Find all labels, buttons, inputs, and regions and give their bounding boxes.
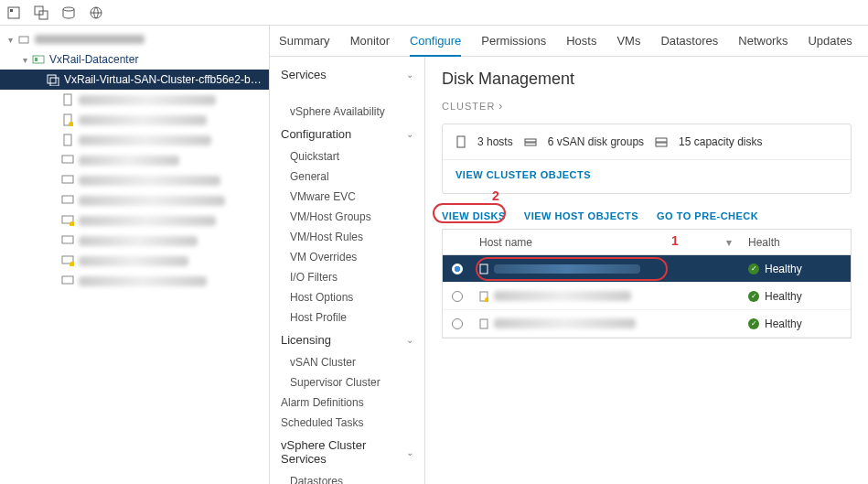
capacity-count: 15 capacity disks: [679, 135, 762, 148]
tree-vm[interactable]: [0, 190, 269, 210]
table-row[interactable]: ✓Healthy: [443, 310, 851, 338]
tree-vm[interactable]: [0, 210, 269, 231]
storage-icon[interactable]: [60, 5, 77, 21]
vms-icon[interactable]: [33, 5, 49, 21]
vm-icon: [60, 173, 75, 188]
tab-summary[interactable]: Summary: [279, 27, 330, 55]
cluster-summary-card: 3 hosts 6 vSAN disk groups 15 capacity d…: [442, 124, 852, 194]
cfg-item-host-options[interactable]: Host Options: [270, 287, 424, 307]
cfg-item-vm-overrides[interactable]: VM Overrides: [270, 247, 424, 267]
host-icon: [455, 135, 466, 148]
tab-vms[interactable]: VMs: [616, 27, 640, 55]
section-services[interactable]: Services⌄: [270, 62, 424, 87]
tab-permissions[interactable]: Permissions: [481, 27, 546, 55]
host-icon: [60, 133, 75, 147]
chevron-down-icon[interactable]: ▾: [18, 55, 31, 65]
svg-rect-15: [62, 156, 73, 163]
tab-monitor[interactable]: Monitor: [350, 27, 390, 55]
cfg-item-quickstart[interactable]: Quickstart: [270, 146, 424, 167]
row-radio[interactable]: [452, 318, 463, 329]
chevron-down-icon[interactable]: ▾: [4, 35, 16, 45]
go-to-precheck-link[interactable]: GO TO PRE-CHECK: [657, 210, 758, 221]
svg-rect-28: [656, 143, 667, 146]
host-icon: [479, 264, 488, 274]
vcenter-icon: [16, 32, 31, 47]
diskgroup-icon: [524, 136, 537, 147]
svg-rect-7: [33, 56, 44, 63]
svg-rect-0: [8, 7, 19, 18]
row-radio[interactable]: [452, 264, 463, 274]
cfg-item-scheduled-tasks[interactable]: Scheduled Tasks: [270, 413, 424, 433]
cfg-item-vsan-cluster[interactable]: vSAN Cluster: [270, 352, 424, 372]
diskgroups-count: 6 vSAN disk groups: [548, 135, 644, 148]
cfg-item-alarm-definitions[interactable]: Alarm Definitions: [270, 393, 424, 413]
hosts-clusters-icon[interactable]: [5, 5, 22, 21]
section-vsphere-cluster-services[interactable]: vSphere Cluster Services⌄: [270, 433, 424, 471]
chevron-right-icon: ›: [498, 100, 503, 113]
tab-configure[interactable]: Configure: [410, 27, 461, 57]
filter-icon[interactable]: ▾: [726, 236, 732, 249]
host-warning-icon: [479, 291, 488, 302]
svg-point-22: [70, 262, 74, 266]
svg-rect-16: [62, 176, 73, 183]
col-health[interactable]: Health: [741, 236, 851, 249]
cfg-item-datastores[interactable]: Datastores: [270, 471, 424, 484]
cfg-item-general[interactable]: General: [270, 167, 424, 187]
tree-vm[interactable]: [0, 231, 269, 251]
chevron-down-icon: ⌄: [406, 129, 413, 139]
svg-rect-24: [457, 136, 465, 147]
cfg-item[interactable]: [270, 87, 424, 102]
cfg-item-vmware-evc[interactable]: VMware EVC: [270, 187, 424, 207]
health-ok-icon: ✓: [748, 291, 759, 302]
cfg-item-host-profile[interactable]: Host Profile: [270, 307, 424, 328]
capacity-icon: [655, 136, 668, 147]
cfg-item-supervisor-cluster[interactable]: Supervisor Cluster: [270, 372, 424, 393]
datacenter-icon: [31, 52, 46, 67]
col-hostname[interactable]: Host name: [479, 236, 532, 249]
tree-host[interactable]: [0, 110, 269, 130]
view-host-objects-link[interactable]: VIEW HOST OBJECTS: [524, 210, 638, 221]
svg-rect-23: [62, 276, 73, 284]
section-configuration[interactable]: Configuration⌄: [270, 122, 424, 146]
cfg-item-io-filters[interactable]: I/O Filters: [270, 267, 424, 287]
svg-rect-1: [10, 9, 13, 12]
svg-rect-9: [48, 75, 56, 83]
tree-host[interactable]: [0, 130, 269, 150]
network-icon[interactable]: [88, 5, 104, 21]
breadcrumb[interactable]: CLUSTER ›: [442, 100, 852, 113]
chevron-down-icon: ⌄: [406, 335, 413, 345]
svg-rect-14: [64, 134, 71, 145]
table-row[interactable]: ✓Healthy: [443, 283, 851, 310]
cfg-item-vsphere-availability[interactable]: vSphere Availability: [270, 102, 424, 122]
section-licensing[interactable]: Licensing⌄: [270, 328, 424, 352]
row-radio[interactable]: [452, 291, 463, 302]
global-toolbar: [0, 0, 868, 26]
configure-nav: Services⌄ vSphere Availability Configura…: [270, 57, 425, 484]
tree-host[interactable]: [0, 90, 269, 110]
svg-rect-10: [50, 78, 59, 86]
cfg-item-vmhost-groups[interactable]: VM/Host Groups: [270, 207, 424, 227]
tree-vm[interactable]: [0, 271, 269, 291]
svg-rect-32: [480, 319, 488, 328]
vm-warning-icon: [60, 253, 75, 268]
vm-icon: [60, 193, 75, 208]
tree-vm[interactable]: [0, 251, 269, 271]
tree-datacenter[interactable]: ▾ VxRail-Datacenter: [0, 49, 269, 70]
view-cluster-objects-link[interactable]: VIEW CLUSTER OBJECTS: [443, 160, 851, 193]
action-row: VIEW DISKS VIEW HOST OBJECTS GO TO PRE-C…: [442, 210, 852, 221]
tree-vm[interactable]: [0, 170, 269, 190]
tree-root[interactable]: ▾: [0, 29, 269, 49]
svg-rect-8: [35, 58, 38, 61]
table-row[interactable]: ✓Healthy: [443, 255, 851, 283]
health-ok-icon: ✓: [748, 318, 759, 329]
cfg-item-vmhost-rules[interactable]: VM/Host Rules: [270, 227, 424, 247]
tab-datastores[interactable]: Datastores: [660, 27, 718, 55]
tab-hosts[interactable]: Hosts: [566, 27, 596, 55]
tree-vm[interactable]: [0, 150, 269, 170]
svg-point-19: [70, 221, 74, 226]
tree-cluster[interactable]: VxRail-Virtual-SAN-Cluster-cffb56e2-bdd2…: [0, 70, 269, 90]
host-icon: [60, 92, 75, 107]
tab-updates[interactable]: Updates: [808, 27, 852, 55]
view-disks-link[interactable]: VIEW DISKS: [442, 210, 506, 221]
tab-networks[interactable]: Networks: [738, 27, 788, 55]
